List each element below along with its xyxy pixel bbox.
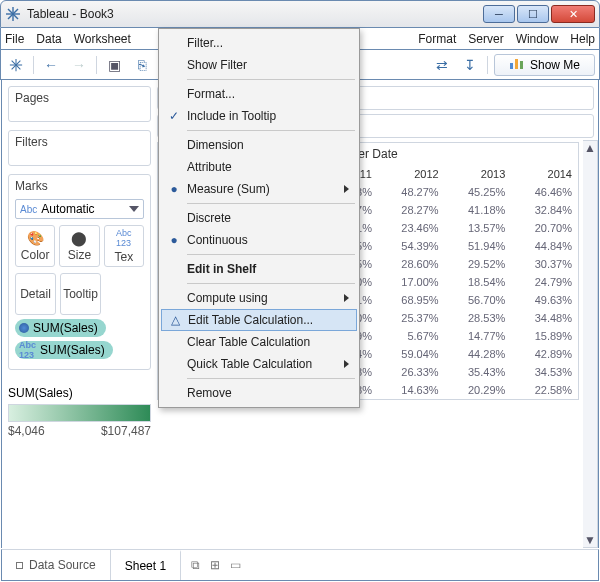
minimize-button[interactable]: ─ [483, 5, 515, 23]
ctx-quick-table-calculation[interactable]: Quick Table Calculation [161, 353, 357, 375]
marks-type-select[interactable]: Abc Automatic [15, 199, 144, 219]
menu-server[interactable]: Server [468, 32, 503, 46]
tooltip-button[interactable]: Tooltip [60, 273, 101, 315]
menu-file[interactable]: File [5, 32, 24, 46]
filters-label: Filters [15, 135, 144, 149]
ctx-label: Edit Table Calculation... [188, 313, 313, 327]
ctx-label: Measure (Sum) [187, 182, 270, 196]
side-panels: Pages Filters Marks Abc Automatic 🎨Color… [2, 80, 157, 548]
context-menu: Filter... Show Filter Format... ✓Include… [158, 28, 360, 408]
year-col: 2012 [378, 165, 445, 183]
size-icon: ⬤ [71, 230, 87, 246]
ctx-edit-in-shelf[interactable]: Edit in Shelf [161, 258, 357, 280]
bars-icon [509, 58, 524, 72]
ctx-clear-table-calculation[interactable]: Clear Table Calculation [161, 331, 357, 353]
maximize-button[interactable]: ☐ [517, 5, 549, 23]
show-me-label: Show Me [530, 58, 580, 72]
text-label: Tex [114, 250, 133, 264]
size-button[interactable]: ⬤Size [59, 225, 99, 267]
forward-icon[interactable]: → [68, 54, 90, 76]
app-icon [5, 6, 21, 22]
ctx-discrete[interactable]: Discrete [161, 207, 357, 229]
new-tab-icons: ⧉ ⊞ ▭ [181, 558, 251, 572]
menu-help[interactable]: Help [570, 32, 595, 46]
ctx-dimension[interactable]: Dimension [161, 134, 357, 156]
color-legend: SUM(Sales) $4,046$107,487 [8, 386, 151, 438]
tableau-logo-icon[interactable] [5, 54, 27, 76]
tab-label: Sheet 1 [125, 559, 166, 573]
ctx-measure[interactable]: ●Measure (Sum) [161, 178, 357, 200]
ctx-label: Edit in Shelf [187, 262, 256, 276]
ctx-label: Continuous [187, 233, 248, 247]
ctx-label: Format... [187, 87, 235, 101]
legend-title: SUM(Sales) [8, 386, 151, 400]
color-icon: 🎨 [27, 230, 44, 246]
save-icon[interactable]: ▣ [103, 54, 125, 76]
menu-window[interactable]: Window [516, 32, 559, 46]
sort-icon[interactable]: ↧ [459, 54, 481, 76]
window-buttons: ─ ☐ ✕ [481, 5, 595, 23]
new-dashboard-icon[interactable]: ⊞ [210, 558, 220, 572]
connect-icon[interactable]: ⎘ [131, 54, 153, 76]
pill-sum-sales-text[interactable]: Abc123SUM(Sales) [15, 341, 113, 359]
color-button[interactable]: 🎨Color [15, 225, 55, 267]
new-worksheet-icon[interactable]: ⧉ [191, 558, 200, 572]
bullet-icon: ● [167, 182, 181, 196]
titlebar: Tableau - Book3 ─ ☐ ✕ [0, 0, 600, 28]
marks-type-label: Automatic [41, 202, 94, 216]
ctx-label: Clear Table Calculation [187, 335, 310, 349]
color-label: Color [21, 248, 50, 262]
ctx-label: Show Filter [187, 58, 247, 72]
ctx-label: Include in Tooltip [187, 109, 276, 123]
menu-worksheet[interactable]: Worksheet [74, 32, 131, 46]
vertical-scrollbar[interactable]: ▲ ▼ [583, 140, 598, 548]
submenu-arrow-icon [344, 360, 349, 368]
ctx-show-filter[interactable]: Show Filter [161, 54, 357, 76]
marks-label: Marks [15, 179, 144, 193]
gradient-bar [8, 404, 151, 422]
sheet-tabs: Data Source Sheet 1 ⧉ ⊞ ▭ [1, 549, 599, 581]
ctx-remove[interactable]: Remove [161, 382, 357, 404]
ctx-label: Filter... [187, 36, 223, 50]
pill-label: SUM(Sales) [33, 321, 98, 335]
detail-label: Detail [20, 287, 51, 301]
ctx-label: Remove [187, 386, 232, 400]
tab-data-source[interactable]: Data Source [2, 550, 111, 580]
ctx-filter[interactable]: Filter... [161, 32, 357, 54]
ctx-edit-table-calculation[interactable]: △Edit Table Calculation... [161, 309, 357, 331]
ctx-label: Quick Table Calculation [187, 357, 312, 371]
ctx-format[interactable]: Format... [161, 83, 357, 105]
new-story-icon[interactable]: ▭ [230, 558, 241, 572]
color-dot-icon [19, 323, 29, 333]
show-me-button[interactable]: Show Me [494, 54, 595, 76]
ctx-include-tooltip[interactable]: ✓Include in Tooltip [161, 105, 357, 127]
swap-icon[interactable]: ⇄ [431, 54, 453, 76]
ctx-compute-using[interactable]: Compute using [161, 287, 357, 309]
ctx-attribute[interactable]: Attribute [161, 156, 357, 178]
legend-max: $107,487 [101, 424, 151, 438]
scroll-up-icon[interactable]: ▲ [583, 141, 597, 155]
square-icon [16, 562, 23, 569]
back-icon[interactable]: ← [40, 54, 62, 76]
ctx-continuous[interactable]: ●Continuous [161, 229, 357, 251]
ctx-label: Dimension [187, 138, 244, 152]
pages-label: Pages [15, 91, 144, 105]
chevron-down-icon [129, 206, 139, 212]
text-icon: Abc123 [116, 228, 132, 248]
scroll-down-icon[interactable]: ▼ [583, 533, 597, 547]
ctx-label: Discrete [187, 211, 231, 225]
menu-data[interactable]: Data [36, 32, 61, 46]
bullet-icon: ● [167, 233, 181, 247]
close-button[interactable]: ✕ [551, 5, 595, 23]
pill-sum-sales-color[interactable]: SUM(Sales) [15, 319, 106, 337]
check-icon: ✓ [167, 109, 181, 123]
year-col: 2013 [445, 165, 512, 183]
detail-button[interactable]: Detail [15, 273, 56, 315]
legend-min: $4,046 [8, 424, 45, 438]
ctx-label: Compute using [187, 291, 268, 305]
menu-format[interactable]: Format [418, 32, 456, 46]
text-button[interactable]: Abc123Tex [104, 225, 144, 267]
ctx-label: Attribute [187, 160, 232, 174]
tooltip-label: Tooltip [63, 287, 98, 301]
tab-sheet-1[interactable]: Sheet 1 [111, 550, 181, 580]
